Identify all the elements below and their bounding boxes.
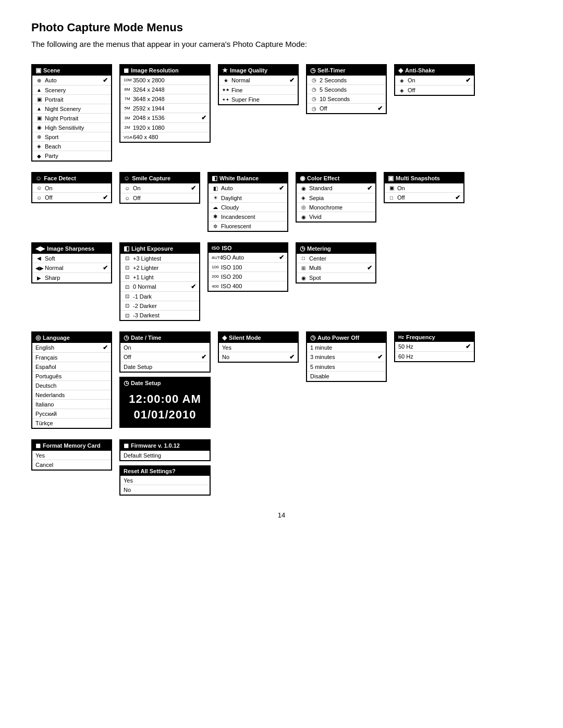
list-item[interactable]: ☺Off✔ [32, 193, 111, 202]
list-item[interactable]: Français [32, 353, 111, 362]
list-item[interactable]: ⊡-1 Dark [120, 292, 199, 301]
list-item[interactable]: ⊞Multi✔ [297, 263, 375, 273]
list-item[interactable]: 2M1920 x 1080 [120, 123, 210, 132]
list-item[interactable]: No [120, 485, 210, 495]
item-label: Incandescent [221, 214, 255, 220]
list-item[interactable]: ◷Off✔ [307, 104, 386, 113]
list-item[interactable]: ✲Fluorescent [209, 221, 287, 231]
list-item[interactable]: ◷10 Seconds [307, 94, 386, 104]
list-item[interactable]: 1 minute [307, 343, 386, 352]
item-label: On [45, 185, 53, 191]
list-item[interactable]: ◀▶Normal✔ [32, 263, 111, 273]
list-item[interactable]: ◧Auto✔ [209, 183, 287, 193]
list-item[interactable]: ⊡-3 Darkest [120, 311, 199, 320]
list-item[interactable]: Yes [32, 451, 111, 460]
list-item[interactable]: ⊕Auto✔ [32, 76, 111, 85]
list-item[interactable]: 7M3648 x 2048 [120, 94, 210, 104]
list-item[interactable]: ✱Incandescent [209, 212, 287, 221]
darkest-icon: ⊡ [124, 313, 131, 318]
list-item[interactable]: English✔ [32, 343, 111, 353]
list-item[interactable]: ▲Scenery [32, 85, 111, 95]
list-item[interactable]: Cancel [32, 460, 111, 470]
list-item[interactable]: □Center [297, 254, 375, 263]
list-item[interactable]: 100ISO 100 [209, 263, 287, 272]
list-item[interactable]: Off✔ [120, 352, 210, 362]
page-number: 14 [31, 511, 532, 519]
list-item[interactable]: ◉Vivid [297, 212, 375, 221]
list-item[interactable]: On [120, 343, 210, 352]
list-item[interactable]: 400ISO 400 [209, 281, 287, 291]
list-item[interactable]: ◉Spot [297, 273, 375, 282]
list-item[interactable]: ⊡0 Normal✔ [120, 282, 199, 292]
list-item[interactable]: ⊡+2 Lighter [120, 263, 199, 273]
list-item[interactable]: Türkçe [32, 418, 111, 428]
list-item[interactable]: Yes [120, 476, 210, 485]
auto-power-off-menu: ◷ Auto Power Off 1 minute 3 minutes✔ 5 m… [306, 331, 387, 382]
list-item[interactable]: ◈On✔ [395, 76, 474, 85]
list-item[interactable]: Deutsch [32, 381, 111, 390]
list-item[interactable]: ⊡+3 Lightest [120, 254, 199, 263]
item-label: Center [309, 255, 326, 262]
exposure-icon: ◧ [124, 245, 129, 252]
list-item[interactable]: 5M2592 x 1944 [120, 104, 210, 113]
quality-icon: ★ [222, 67, 228, 74]
center-icon: □ [300, 255, 307, 261]
list-item[interactable]: Disable [307, 372, 386, 381]
menu-row-5: ◼ Format Memory Card Yes Cancel ◼ Firmwa… [31, 439, 532, 496]
list-item[interactable]: ▶Sharp [32, 273, 111, 282]
list-item[interactable]: ⊕Sport [32, 132, 111, 142]
format-memory-card-menu: ◼ Format Memory Card Yes Cancel [31, 439, 112, 471]
list-item[interactable]: □Off✔ [385, 193, 463, 202]
list-item[interactable]: 200ISO 200 [209, 272, 287, 281]
list-item[interactable]: ★Normal✔ [219, 76, 298, 85]
list-item[interactable]: ◈Sepia [297, 193, 375, 203]
list-item[interactable]: ▲Night Scenery [32, 104, 111, 114]
list-item[interactable]: Português [32, 372, 111, 381]
list-item[interactable]: 50 Hz✔ [395, 342, 474, 352]
list-item[interactable]: ◀Soft [32, 254, 111, 263]
list-item[interactable]: Yes [219, 343, 298, 352]
list-item[interactable]: 10M3500 x 2800 [120, 76, 210, 85]
list-item[interactable]: Español [32, 362, 111, 372]
list-item[interactable]: Default Setting [120, 451, 210, 460]
wb-daylight-icon: ☀ [212, 195, 219, 201]
face-detect-title: Face Detect [44, 175, 76, 181]
list-item[interactable]: ☁Cloudy [209, 203, 287, 212]
list-item[interactable]: 3M2048 x 1536✔ [120, 113, 210, 123]
item-label: Cancel [35, 462, 53, 468]
color-effect-menu: ◉ Color Effect ◉Standard✔ ◈Sepia ◎Monoch… [296, 172, 376, 223]
list-item[interactable]: ☺Off [120, 193, 199, 203]
list-item[interactable]: 5 minutes [307, 362, 386, 372]
list-item[interactable]: 3 minutes✔ [307, 352, 386, 362]
list-item[interactable]: Date Setup [120, 362, 210, 372]
list-item[interactable]: AUTOISO Auto✔ [209, 253, 287, 263]
list-item[interactable]: ◷2 Seconds [307, 76, 386, 85]
list-item[interactable]: ◉Standard✔ [297, 183, 375, 193]
list-item[interactable]: Nederlands [32, 390, 111, 400]
list-item[interactable]: VGA640 x 480 [120, 132, 210, 142]
time-value: 12:00:00 AM [123, 392, 207, 406]
list-item[interactable]: ☺On [32, 183, 111, 193]
list-item[interactable]: Русский [32, 409, 111, 418]
firmware-header: ◼ Firmware v. 1.0.12 [120, 440, 210, 451]
list-item[interactable]: ◷5 Seconds [307, 85, 386, 94]
iso-auto-icon: AUTO [212, 255, 219, 260]
list-item[interactable]: ☺On✔ [120, 183, 199, 193]
list-item[interactable]: 60 Hz [395, 352, 474, 361]
list-item[interactable]: ◈Beach [32, 142, 111, 151]
list-item[interactable]: ⊡-2 Darker [120, 301, 199, 311]
list-item[interactable]: No✔ [219, 352, 298, 362]
list-item[interactable]: ◎Monochrome [297, 203, 375, 212]
list-item[interactable]: ✦✦Super Fine [219, 95, 298, 104]
list-item[interactable]: ◈Off [395, 85, 474, 95]
list-item[interactable]: ★★Fine [219, 85, 298, 95]
list-item[interactable]: ◆Party [32, 151, 111, 161]
list-item[interactable]: 8M3264 x 2448 [120, 85, 210, 94]
list-item[interactable]: ◉High Sensitivity [32, 123, 111, 132]
list-item[interactable]: ▣On [385, 183, 463, 193]
list-item[interactable]: ▣Portrait [32, 95, 111, 104]
list-item[interactable]: ▣Night Portrait [32, 114, 111, 123]
list-item[interactable]: Italiano [32, 400, 111, 409]
list-item[interactable]: ⊡+1 Light [120, 273, 199, 282]
list-item[interactable]: ☀Daylight [209, 193, 287, 203]
